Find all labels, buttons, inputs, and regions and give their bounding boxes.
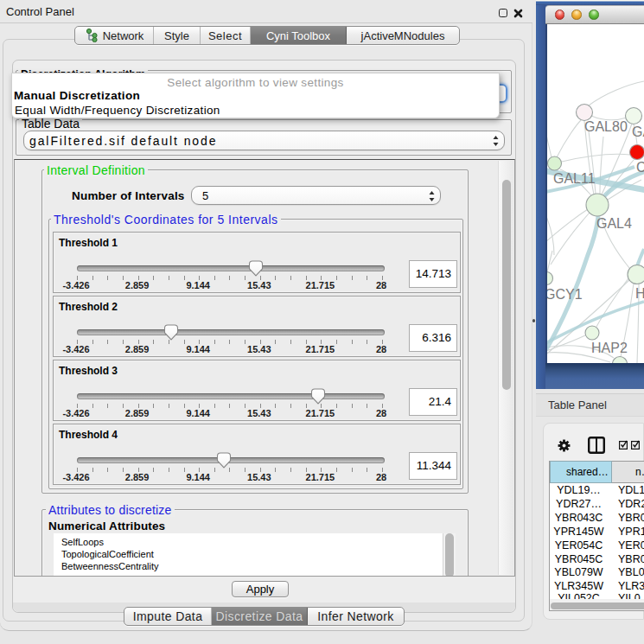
svg-text:H: H	[635, 286, 644, 301]
svg-text:GA: GA	[632, 124, 644, 139]
svg-text:HAP2: HAP2	[591, 341, 628, 355]
svg-text:GAL11: GAL11	[553, 171, 596, 186]
svg-text:C: C	[636, 160, 644, 175]
svg-text:GCY1: GCY1	[545, 287, 583, 302]
svg-text:GAL80: GAL80	[584, 119, 628, 134]
svg-text:GAL4: GAL4	[596, 216, 632, 231]
